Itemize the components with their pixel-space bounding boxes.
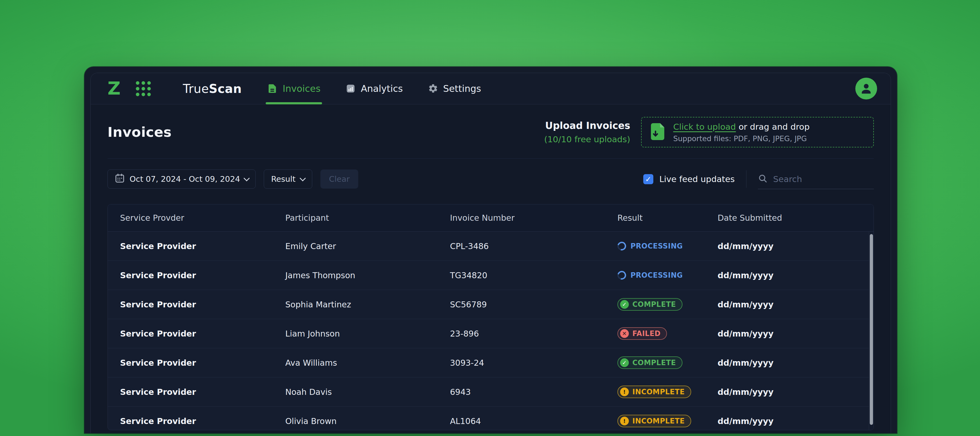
invoices-document-icon — [267, 83, 278, 94]
upload-file-icon — [651, 123, 665, 141]
cell-invoice-number: SC56789 — [450, 300, 617, 309]
upload-quota: (10/10 free uploads) — [544, 134, 630, 144]
cell-date-submitted: dd/mm/yyyy — [718, 387, 861, 397]
table-scrollbar-track[interactable] — [869, 232, 873, 430]
result-filter-button[interactable]: Result — [264, 169, 312, 188]
date-range-button[interactable]: Oct 07, 2024 - Oct 09, 2024 — [108, 169, 256, 188]
search-input[interactable] — [773, 174, 874, 184]
header-invoice-number: Invoice Number — [450, 213, 617, 223]
cell-result: ✕ FAILED — [617, 327, 718, 340]
live-feed-toggle: ✓ Live feed updates — [643, 174, 735, 184]
cell-participant: Sophia Martinez — [285, 300, 450, 309]
profile-avatar[interactable] — [855, 78, 877, 99]
cell-date-submitted: dd/mm/yyyy — [718, 416, 861, 426]
cell-service-provider: Service Provider — [120, 241, 285, 251]
cell-service-provider: Service Provider — [120, 358, 285, 367]
tab-settings[interactable]: Settings — [427, 73, 482, 104]
calendar-icon — [115, 173, 125, 185]
check-icon: ✓ — [620, 300, 629, 309]
analytics-bar-chart-icon — [345, 83, 356, 94]
vertical-divider — [746, 170, 746, 188]
status-label: INCOMPLETE — [632, 388, 685, 396]
result-filter-label: Result — [271, 174, 296, 184]
brand-second: Scan — [209, 82, 242, 96]
status-badge: PROCESSING — [617, 240, 683, 252]
cell-date-submitted: dd/mm/yyyy — [718, 358, 861, 367]
upload-text: Upload Invoices (10/10 free uploads) — [544, 120, 630, 144]
cell-participant: James Thompson — [285, 271, 450, 280]
navbar: Z TrueScan Invoices — [91, 73, 891, 104]
status-badge: ✕ FAILED — [617, 327, 667, 340]
cell-date-submitted: dd/mm/yyyy — [718, 329, 861, 339]
settings-gear-icon — [428, 83, 438, 94]
tab-analytics[interactable]: Analytics — [345, 73, 403, 104]
cell-service-provider: Service Provider — [120, 387, 285, 397]
table-row[interactable]: Service Provider Noah Davis 6943 ! INCOM… — [108, 377, 873, 407]
chevron-down-icon — [299, 175, 306, 182]
app-launcher-grid-icon[interactable] — [136, 81, 151, 96]
cell-result: ! INCOMPLETE — [617, 386, 718, 398]
search-icon — [758, 174, 768, 184]
brand-first: True — [183, 82, 209, 96]
app-panel: Z TrueScan Invoices — [91, 73, 891, 433]
invoices-table: Service Provder Participant Invoice Numb… — [108, 204, 874, 430]
cell-service-provider: Service Provider — [120, 416, 285, 426]
live-feed-checkbox[interactable]: ✓ — [643, 174, 653, 184]
cell-participant: Olivia Brown — [285, 416, 450, 426]
status-badge: ✓ COMPLETE — [617, 356, 682, 369]
cell-participant: Ava Williams — [285, 358, 450, 367]
table-row[interactable]: Service Provider Liam Johnson 23-896 ✕ F… — [108, 319, 873, 348]
cell-result: ✓ COMPLETE — [617, 356, 718, 369]
cell-date-submitted: dd/mm/yyyy — [718, 241, 861, 251]
cell-participant: Emily Carter — [285, 241, 450, 251]
spinner-icon — [616, 269, 628, 281]
table-row[interactable]: Service Provider Ava Williams 3093-24 ✓ … — [108, 348, 873, 377]
status-label: PROCESSING — [630, 242, 683, 250]
table-row[interactable]: Service Provider Olivia Brown AL1064 ! I… — [108, 407, 873, 430]
status-label: PROCESSING — [630, 271, 683, 279]
table-scrollbar-thumb[interactable] — [870, 234, 873, 425]
cell-result: PROCESSING — [617, 269, 718, 281]
upload-title: Upload Invoices — [544, 120, 630, 131]
status-label: COMPLETE — [632, 300, 676, 308]
z-logo[interactable]: Z — [108, 80, 120, 97]
tab-analytics-label: Analytics — [361, 83, 402, 94]
click-to-upload-link[interactable]: Click to upload — [673, 122, 736, 132]
check-icon: ✓ — [620, 358, 629, 367]
status-label: INCOMPLETE — [632, 417, 685, 425]
date-range-label: Oct 07, 2024 - Oct 09, 2024 — [130, 174, 240, 184]
chevron-down-icon — [243, 175, 250, 182]
checkmark-icon: ✓ — [645, 175, 651, 184]
brand-name: TrueScan — [183, 82, 242, 96]
table-row[interactable]: Service Provider Emily Carter CPL-3486 P… — [108, 232, 873, 261]
person-icon — [859, 81, 873, 96]
cell-service-provider: Service Provider — [120, 329, 285, 339]
status-label: COMPLETE — [632, 359, 676, 367]
table-row[interactable]: Service Provider James Thompson TG34820 … — [108, 261, 873, 290]
cell-date-submitted: dd/mm/yyyy — [718, 271, 861, 280]
upload-dropzone[interactable]: Click to upload or drag and drop Support… — [641, 117, 874, 147]
cell-participant: Noah Davis — [285, 387, 450, 397]
exclamation-icon: ! — [620, 388, 629, 396]
live-feed-label: Live feed updates — [659, 174, 735, 184]
supported-files-text: Supported files: PDF, PNG, JPEG, JPG — [673, 134, 810, 143]
status-label: FAILED — [632, 329, 660, 338]
cell-invoice-number: TG34820 — [450, 271, 617, 280]
clear-filters-button[interactable]: Clear — [320, 169, 358, 188]
clear-button-label: Clear — [329, 174, 350, 184]
status-badge: ! INCOMPLETE — [617, 415, 691, 427]
active-tab-underline — [266, 102, 322, 104]
app-window: Z TrueScan Invoices — [84, 67, 897, 433]
cell-service-provider: Service Provider — [120, 300, 285, 309]
table-row[interactable]: Service Provider Sophia Martinez SC56789… — [108, 290, 873, 319]
dropzone-text: Click to upload or drag and drop Support… — [673, 122, 810, 143]
cell-service-provider: Service Provider — [120, 271, 285, 280]
tab-invoices[interactable]: Invoices — [267, 73, 321, 104]
header-service-provider: Service Provder — [120, 213, 285, 223]
status-badge: PROCESSING — [617, 269, 683, 281]
header-date-submitted: Date Submitted — [718, 213, 861, 223]
cell-invoice-number: 3093-24 — [450, 358, 617, 367]
filter-row: Oct 07, 2024 - Oct 09, 2024 Result Clear… — [108, 169, 874, 189]
status-badge: ✓ COMPLETE — [617, 298, 682, 311]
cell-invoice-number: 23-896 — [450, 329, 617, 339]
